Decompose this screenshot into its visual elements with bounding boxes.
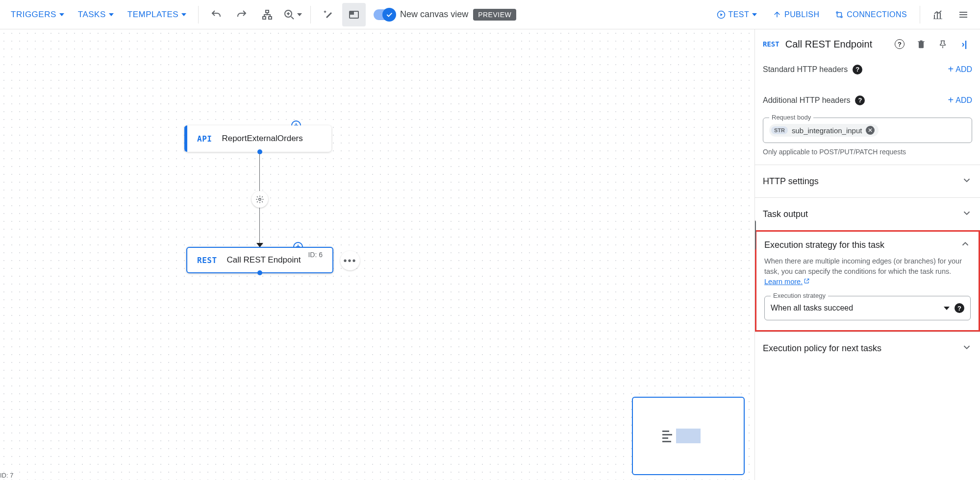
external-link-icon xyxy=(804,277,810,287)
node-label: Call REST Endpoint xyxy=(227,255,301,265)
chevron-down-icon xyxy=(961,342,972,355)
exec-strategy-value: When all tasks succeed xyxy=(771,304,939,312)
http-settings-accordion[interactable]: HTTP settings xyxy=(755,165,980,197)
svg-rect-10 xyxy=(959,14,967,15)
node-rest-endpoint[interactable]: REST Call REST Endpoint ID: 6 xyxy=(186,247,333,273)
execution-policy-accordion[interactable]: Execution policy for next tasks xyxy=(755,332,980,364)
test-button[interactable]: TEST xyxy=(710,5,764,24)
pin-button[interactable] xyxy=(935,36,951,52)
node-label: ReportExternalOrders xyxy=(222,134,302,144)
canvas[interactable]: + API ReportExternalOrders + REST Call R… xyxy=(0,29,754,480)
chevron-down-icon xyxy=(109,13,114,16)
execution-strategy-section: Execution strategy for this task When th… xyxy=(755,230,980,332)
panel-toggle-button[interactable] xyxy=(342,3,366,26)
add-std-header-button[interactable]: +ADD xyxy=(948,64,972,75)
help-icon[interactable]: ? xyxy=(955,303,964,313)
panel-title: Call REST Endpoint xyxy=(785,39,886,50)
svg-rect-11 xyxy=(959,17,967,18)
node-menu-button[interactable]: ••• xyxy=(340,251,360,270)
side-panel: REST Call REST Endpoint ? ›| Standard HT… xyxy=(754,29,980,480)
tasks-menu[interactable]: TASKS xyxy=(72,5,120,24)
svg-rect-1 xyxy=(263,17,266,19)
magic-wand-button[interactable] xyxy=(317,3,340,26)
chevron-down-icon xyxy=(944,307,950,310)
resize-handle[interactable] xyxy=(754,220,756,250)
zoom-button[interactable] xyxy=(281,3,304,26)
edge-port[interactable] xyxy=(257,270,262,275)
svg-point-7 xyxy=(836,12,838,13)
add-addl-header-button[interactable]: +ADD xyxy=(948,95,972,106)
node-tag: REST xyxy=(197,256,217,265)
request-body-legend: Request body xyxy=(769,114,813,121)
request-body-field[interactable]: Request body STR sub_integration_input ✕ xyxy=(763,118,972,143)
publish-button[interactable]: PUBLISH xyxy=(766,5,826,24)
svg-rect-9 xyxy=(959,12,967,13)
addl-headers-label: Additional HTTP headers xyxy=(763,96,850,105)
preview-badge: PREVIEW xyxy=(473,9,516,21)
layout-button[interactable] xyxy=(255,3,279,26)
learn-more-link[interactable]: Learn more. xyxy=(764,278,810,286)
node-tag: API xyxy=(197,134,212,144)
collapse-button[interactable]: ›| xyxy=(956,36,972,52)
remove-chip-button[interactable]: ✕ xyxy=(866,126,875,135)
help-icon[interactable]: ? xyxy=(853,65,862,74)
chevron-down-icon xyxy=(961,208,972,220)
delete-button[interactable] xyxy=(913,36,929,52)
std-headers-label: Standard HTTP headers xyxy=(763,65,848,74)
task-output-accordion[interactable]: Task output xyxy=(755,197,980,230)
chevron-down-icon xyxy=(181,13,186,16)
svg-point-8 xyxy=(841,16,842,18)
canvas-view-label: New canvas view xyxy=(400,9,468,20)
chevron-up-icon[interactable] xyxy=(960,239,971,251)
svg-point-12 xyxy=(259,198,261,201)
minimap[interactable] xyxy=(632,397,745,475)
redo-button[interactable] xyxy=(230,3,253,26)
node-id: ID: 6 xyxy=(308,251,323,259)
connections-button[interactable]: CONNECTIONS xyxy=(828,5,914,24)
chevron-down-icon xyxy=(961,175,972,188)
exec-strategy-desc: When there are multiple incoming edges (… xyxy=(764,256,971,287)
triggers-menu[interactable]: TRIGGERS xyxy=(5,5,70,24)
analytics-button[interactable] xyxy=(926,3,950,26)
svg-rect-5 xyxy=(351,12,353,14)
edge-port[interactable] xyxy=(257,149,262,154)
chevron-down-icon xyxy=(59,13,64,16)
canvas-corner-id: ID: 7 xyxy=(0,472,13,479)
chip-value: sub_integration_input xyxy=(792,126,862,135)
panel-tag: REST xyxy=(763,40,779,48)
execution-strategy-select[interactable]: Execution strategy When all tasks succee… xyxy=(764,296,971,320)
menu-button[interactable] xyxy=(952,3,975,26)
help-button[interactable]: ? xyxy=(892,36,907,52)
request-body-chip[interactable]: STR sub_integration_input ✕ xyxy=(769,124,879,137)
toolbar: TRIGGERS TASKS TEMPLATES New canvas view… xyxy=(0,0,980,29)
exec-strategy-legend: Execution strategy xyxy=(771,292,828,299)
help-icon: ? xyxy=(895,39,905,49)
exec-strategy-title: Execution strategy for this task xyxy=(764,240,960,250)
help-icon[interactable]: ? xyxy=(855,96,865,105)
node-api-trigger[interactable]: API ReportExternalOrders xyxy=(184,125,331,152)
canvas-view-toggle[interactable] xyxy=(374,9,395,20)
undo-button[interactable] xyxy=(204,3,228,26)
type-tag: STR xyxy=(771,126,788,134)
svg-rect-2 xyxy=(269,17,272,19)
edge-settings-button[interactable] xyxy=(251,191,268,208)
templates-menu[interactable]: TEMPLATES xyxy=(122,5,192,24)
svg-rect-0 xyxy=(266,10,269,13)
request-body-hint: Only applicable to POST/PUT/PATCH reques… xyxy=(755,145,980,165)
